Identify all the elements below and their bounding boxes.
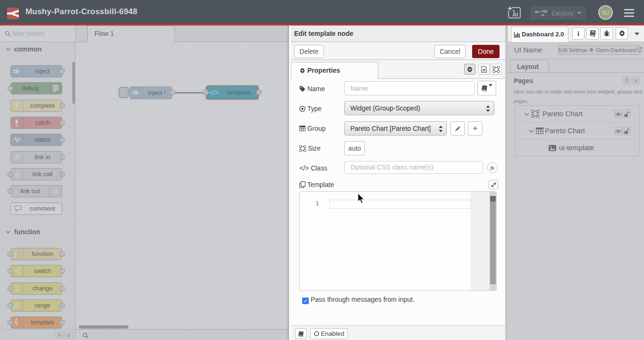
svg-text:AI: AI — [512, 11, 518, 18]
